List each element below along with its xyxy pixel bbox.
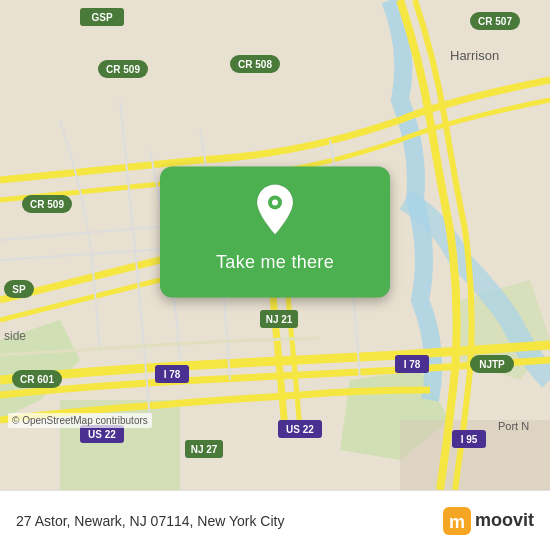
svg-text:side: side bbox=[4, 329, 26, 343]
svg-text:I 78: I 78 bbox=[164, 369, 181, 380]
button-overlay: Take me there bbox=[160, 166, 390, 297]
svg-text:CR 507: CR 507 bbox=[478, 16, 512, 27]
svg-text:GSP: GSP bbox=[91, 12, 112, 23]
svg-text:Harrison: Harrison bbox=[450, 48, 499, 63]
bottom-bar: 27 Astor, Newark, NJ 07114, New York Cit… bbox=[0, 490, 550, 550]
svg-text:Port N: Port N bbox=[498, 420, 529, 432]
svg-text:I 95: I 95 bbox=[461, 434, 478, 445]
svg-text:US 22: US 22 bbox=[286, 424, 314, 435]
svg-text:US 22: US 22 bbox=[88, 429, 116, 440]
moovit-logo: m moovit bbox=[443, 507, 534, 535]
address-text: 27 Astor, Newark, NJ 07114, New York Cit… bbox=[16, 513, 284, 529]
location-pin-icon bbox=[253, 182, 297, 236]
take-me-there-button[interactable]: Take me there bbox=[184, 242, 366, 287]
svg-text:NJTP: NJTP bbox=[479, 359, 505, 370]
osm-attribution: © OpenStreetMap contributors bbox=[8, 413, 152, 428]
svg-text:m: m bbox=[449, 512, 465, 532]
svg-text:CR 509: CR 509 bbox=[106, 64, 140, 75]
svg-text:CR 508: CR 508 bbox=[238, 59, 272, 70]
svg-text:CR 601: CR 601 bbox=[20, 374, 54, 385]
map-pin-container: Take me there bbox=[160, 166, 390, 297]
svg-text:SP: SP bbox=[12, 284, 26, 295]
svg-text:NJ 27: NJ 27 bbox=[191, 444, 218, 455]
svg-text:I 78: I 78 bbox=[404, 359, 421, 370]
moovit-logo-text: moovit bbox=[475, 510, 534, 531]
map-view: GSP CR 509 CR 508 CR 507 CR 509 SP CR 60… bbox=[0, 0, 550, 490]
svg-point-41 bbox=[272, 199, 278, 205]
svg-text:CR 509: CR 509 bbox=[30, 199, 64, 210]
moovit-logo-icon: m bbox=[443, 507, 471, 535]
svg-text:NJ 21: NJ 21 bbox=[266, 314, 293, 325]
